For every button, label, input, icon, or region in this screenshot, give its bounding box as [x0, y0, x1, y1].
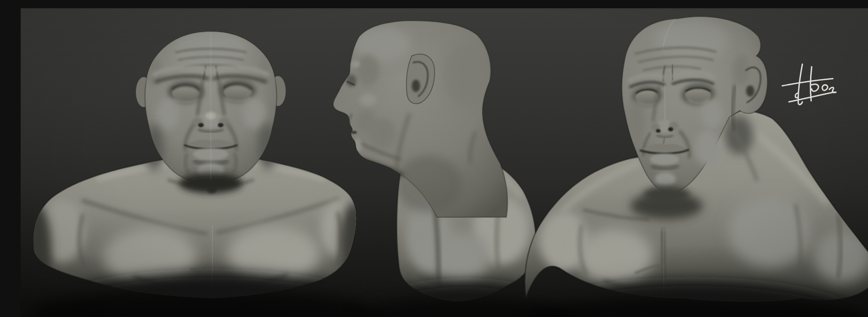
- sculpt-artwork: [21, 8, 868, 317]
- sculpt-render-canvas: [21, 8, 868, 317]
- vignette-overlay: [21, 8, 868, 317]
